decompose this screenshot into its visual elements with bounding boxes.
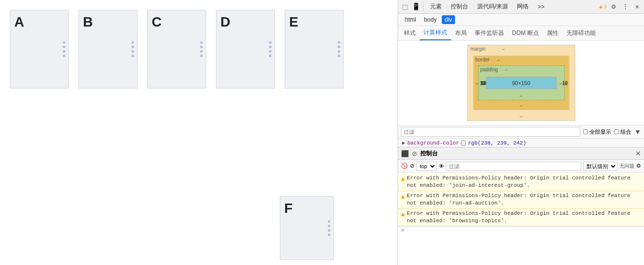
dot: [132, 46, 134, 48]
msg-text-2: Error with Permissions-Policy header: Or…: [407, 192, 641, 207]
console-no-issues: 无问题: [619, 163, 634, 170]
toolbar-right: ▲ 3 ⚙ ⋮ ✕: [599, 2, 642, 12]
margin-label: margin: [471, 46, 486, 52]
console-message-3: ▲ Error with Permissions-Policy header: …: [398, 209, 644, 227]
msg-text-1: Error with Permissions-Policy header: Or…: [407, 175, 641, 190]
breadcrumb-div[interactable]: div: [442, 15, 455, 24]
dot: [200, 46, 203, 48]
console-eye-icon[interactable]: 👁: [439, 163, 444, 169]
group-group: 组合: [614, 128, 631, 136]
filter-dropdown-icon[interactable]: ▼: [634, 128, 641, 136]
inspect-icon[interactable]: ⬚: [400, 2, 410, 12]
dot: [269, 41, 271, 44]
dot: [328, 234, 330, 236]
console-messages: ▲ Error with Permissions-Policy header: …: [398, 173, 644, 265]
dot: [328, 220, 330, 223]
box-b-label: B: [83, 14, 93, 30]
tab-dom-breakpoints[interactable]: DOM 断点: [508, 27, 543, 40]
box-f: F: [280, 196, 334, 260]
prompt-arrow: >: [401, 228, 404, 234]
dot: [338, 55, 340, 57]
tab-layout[interactable]: 布局: [451, 27, 471, 40]
devtools-panel: ⬚ 📱 元素 控制台 源代码/来源 网络 >> ▲ 3 ⚙ ⋮ ✕ html b…: [398, 0, 644, 265]
tab-accessibility[interactable]: 无障碍功能: [563, 27, 600, 40]
box-d-label: D: [220, 14, 230, 30]
dot: [63, 46, 65, 48]
box-d: D: [216, 10, 275, 88]
dot: [63, 55, 65, 57]
css-prop-name: background-color: [407, 140, 459, 146]
toolbar-tabs: 元素 控制台 源代码/来源 网络 >>: [426, 1, 598, 12]
console-divider: ⬛ ⊘ 控制台 ✕: [398, 147, 644, 160]
console-close-button[interactable]: ✕: [635, 149, 641, 157]
group-checkbox[interactable]: [614, 129, 619, 134]
device-icon[interactable]: 📱: [411, 2, 421, 12]
dot: [328, 229, 330, 232]
filter-input[interactable]: [401, 127, 580, 137]
tab-event-listeners[interactable]: 事件监听器: [471, 27, 508, 40]
style-tabs: 样式 计算样式 布局 事件监听器 DOM 断点 属性 无障碍功能: [398, 26, 644, 41]
box-b-dots: [132, 41, 134, 57]
console-clear-log-icon[interactable]: 🚫: [401, 163, 408, 169]
css-prop-checkbox[interactable]: [461, 141, 466, 146]
tab-more[interactable]: >>: [534, 2, 548, 11]
show-all-checkbox[interactable]: [583, 129, 588, 134]
console-toolbar: 🚫 ⊘ top 👁 默认级别 无问题 ⚙: [398, 160, 644, 173]
dot: [200, 41, 203, 44]
console-message-2: ▲ Error with Permissions-Policy header: …: [398, 191, 644, 209]
tab-sources[interactable]: 源代码/来源: [473, 1, 512, 12]
box-f-wrapper: F: [280, 196, 334, 260]
toolbar-separator: [423, 3, 424, 11]
border-label: border: [476, 57, 490, 62]
box-model-area: margin – – border – – – – padding – –: [398, 41, 644, 125]
content-box: 90×150: [486, 77, 557, 89]
box-c-label: C: [152, 14, 161, 30]
box-c: C: [147, 10, 206, 88]
padding-dash-bottom: –: [520, 93, 523, 98]
console-context-select[interactable]: top: [416, 162, 437, 171]
console-clear-icon[interactable]: ⊘: [412, 150, 417, 157]
console-dock-icon[interactable]: ⬛: [401, 150, 409, 157]
padding-dash-top: –: [505, 67, 508, 72]
css-arrow[interactable]: ▶: [402, 140, 405, 146]
box-d-dots: [269, 41, 271, 57]
tab-console[interactable]: 控制台: [447, 1, 472, 12]
dot: [328, 225, 330, 227]
box-c-dots: [200, 41, 203, 57]
tab-elements[interactable]: 元素: [426, 1, 446, 12]
console-level-select[interactable]: 默认级别: [583, 162, 617, 171]
box-e-label: E: [289, 14, 298, 30]
dot: [269, 55, 271, 57]
tab-computed[interactable]: 计算样式: [420, 26, 451, 40]
border-dash: –: [497, 57, 500, 62]
boxes-row-top: A B C: [5, 5, 393, 93]
box-model-diagram: margin – – border – – – – padding – –: [467, 45, 575, 121]
settings-icon[interactable]: ⚙: [609, 2, 618, 12]
tab-properties[interactable]: 属性: [543, 27, 563, 40]
css-property-row: ▶ background-color rgb(238, 239, 242): [398, 139, 644, 147]
box-f-dots: [328, 220, 330, 236]
warning-badge: ▲ 3: [599, 4, 607, 10]
dot: [338, 46, 340, 48]
box-b: B: [79, 10, 137, 88]
breadcrumb-body[interactable]: body: [421, 15, 440, 24]
filter-row: 全部显示 组合 ▼: [398, 125, 644, 139]
close-icon[interactable]: ✕: [632, 2, 642, 12]
devtools-toolbar: ⬚ 📱 元素 控制台 源代码/来源 网络 >> ▲ 3 ⚙ ⋮ ✕: [398, 0, 644, 14]
console-filter-icon[interactable]: ⊘: [410, 163, 414, 169]
more-vert-icon[interactable]: ⋮: [620, 2, 630, 12]
warning-icon: ▲: [599, 4, 603, 10]
dot: [132, 55, 134, 57]
tab-styles[interactable]: 样式: [400, 27, 420, 40]
console-title: 控制台: [420, 149, 438, 158]
warn-icon-3: ▲: [401, 210, 405, 219]
border-dash-bottom: –: [520, 103, 523, 108]
dot: [200, 50, 203, 53]
box-e: E: [285, 10, 344, 88]
dot: [269, 50, 271, 53]
tab-network[interactable]: 网络: [513, 1, 533, 12]
breadcrumb-html[interactable]: html: [402, 15, 419, 24]
console-filter-input[interactable]: [446, 162, 581, 171]
box-a-dots: [63, 41, 65, 57]
console-settings-icon[interactable]: ⚙: [636, 163, 641, 169]
